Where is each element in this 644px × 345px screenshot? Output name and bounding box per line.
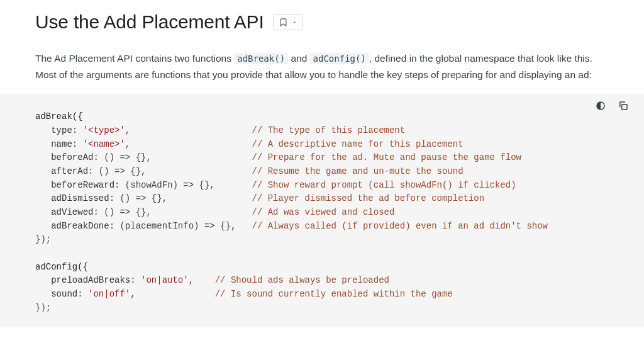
bookmark-button[interactable] <box>273 14 303 30</box>
copy-button[interactable] <box>616 99 630 115</box>
bookmark-icon <box>279 18 288 27</box>
chevron-down-icon <box>292 20 297 25</box>
inline-code-adconfig: adConfig() <box>310 53 369 64</box>
svg-rect-0 <box>622 105 627 110</box>
copy-icon <box>618 104 629 113</box>
theme-toggle-button[interactable] <box>594 99 608 115</box>
page-title: Use the Add Placement API <box>35 11 264 33</box>
inline-code-adbreak: adBreak() <box>234 53 288 64</box>
intro-paragraph: The Ad Placement API contains two functi… <box>35 50 614 82</box>
theme-toggle-icon <box>595 104 606 113</box>
code-block: adBreak({ type: '<type>', // The type of… <box>0 94 644 327</box>
code-content: adBreak({ type: '<type>', // The type of… <box>35 110 624 315</box>
